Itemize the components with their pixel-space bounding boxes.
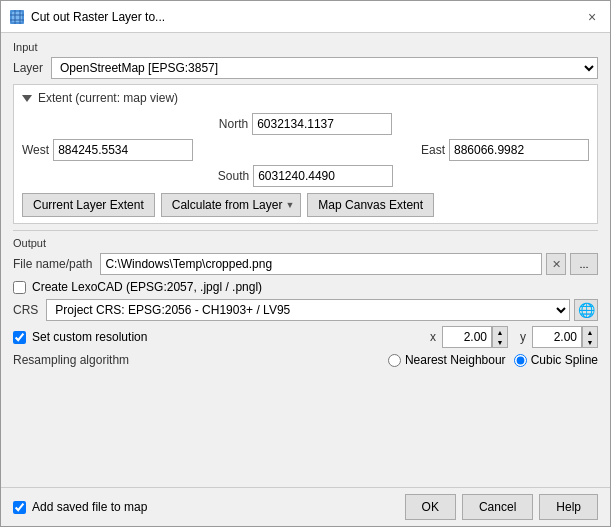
dialog-title: Cut out Raster Layer to...: [31, 10, 165, 24]
north-label: North: [219, 117, 248, 131]
nearest-radio[interactable]: [388, 354, 401, 367]
resolution-checkbox[interactable]: [13, 331, 26, 344]
y-spinbox: ▲ ▼: [532, 326, 598, 348]
raster-icon: [9, 9, 25, 25]
north-input[interactable]: [252, 113, 392, 135]
south-cell: South: [218, 165, 393, 187]
crs-row: CRS Project CRS: EPSG:2056 - CH1903+ / L…: [13, 299, 598, 321]
resolution-row: Set custom resolution x ▲ ▼ y ▲ ▼: [13, 326, 598, 348]
title-bar-left: Cut out Raster Layer to...: [9, 9, 165, 25]
output-section: Output File name/path ✕ ... Create LexoC…: [13, 237, 598, 367]
nearest-label[interactable]: Nearest Neighbour: [405, 353, 506, 367]
west-label: West: [22, 143, 49, 157]
resolution-label[interactable]: Set custom resolution: [32, 330, 147, 344]
x-spinbox: ▲ ▼: [442, 326, 508, 348]
lexocad-label[interactable]: Create LexoCAD (EPSG:2057, .jpgl / .pngl…: [32, 280, 262, 294]
extent-header[interactable]: Extent (current: map view): [22, 91, 589, 105]
title-bar: Cut out Raster Layer to... ×: [1, 1, 610, 33]
crs-globe-button[interactable]: 🌐: [574, 299, 598, 321]
north-cell: North: [219, 113, 392, 135]
add-to-map-checkbox[interactable]: [13, 501, 26, 514]
extent-header-label: Extent (current: map view): [38, 91, 178, 105]
resampling-row: Resampling algorithm Nearest Neighbour C…: [13, 353, 598, 367]
y-spin-down[interactable]: ▼: [583, 337, 597, 347]
y-input[interactable]: [532, 326, 582, 348]
cancel-button[interactable]: Cancel: [462, 494, 533, 520]
dropdown-arrow-icon: ▼: [285, 200, 294, 210]
west-input[interactable]: [53, 139, 193, 161]
map-canvas-extent-button[interactable]: Map Canvas Extent: [307, 193, 434, 217]
browse-button[interactable]: ...: [570, 253, 598, 275]
input-label: Input: [13, 41, 598, 53]
ok-button[interactable]: OK: [405, 494, 456, 520]
x-spin-arrows: ▲ ▼: [492, 326, 508, 348]
y-spin-up[interactable]: ▲: [583, 327, 597, 337]
current-layer-extent-button[interactable]: Current Layer Extent: [22, 193, 155, 217]
bottom-left: Add saved file to map: [13, 500, 147, 514]
calculate-label: Calculate from Layer: [172, 198, 283, 212]
y-spin-arrows: ▲ ▼: [582, 326, 598, 348]
help-button[interactable]: Help: [539, 494, 598, 520]
add-to-map-label[interactable]: Add saved file to map: [32, 500, 147, 514]
file-row: File name/path ✕ ...: [13, 253, 598, 275]
crs-label: CRS: [13, 303, 38, 317]
west-cell: West: [22, 139, 193, 161]
layer-label: Layer: [13, 61, 43, 75]
x-spin-up[interactable]: ▲: [493, 327, 507, 337]
clear-file-button[interactable]: ✕: [546, 253, 566, 275]
east-cell: East: [421, 139, 589, 161]
cubic-radio[interactable]: [514, 354, 527, 367]
east-label: East: [421, 143, 445, 157]
x-input[interactable]: [442, 326, 492, 348]
crs-select[interactable]: Project CRS: EPSG:2056 - CH1903+ / LV95: [46, 299, 570, 321]
calculate-from-layer-button[interactable]: Calculate from Layer ▼: [161, 193, 302, 217]
separator: [13, 230, 598, 231]
output-label: Output: [13, 237, 598, 249]
close-button[interactable]: ×: [582, 7, 602, 27]
collapse-triangle: [22, 95, 32, 102]
dialog: Cut out Raster Layer to... × Input Layer…: [0, 0, 611, 527]
nearest-radio-group: Nearest Neighbour: [388, 353, 506, 367]
east-input[interactable]: [449, 139, 589, 161]
resampling-label: Resampling algorithm: [13, 353, 129, 367]
south-input[interactable]: [253, 165, 393, 187]
cubic-radio-group: Cubic Spline: [514, 353, 598, 367]
extent-btn-row: Current Layer Extent Calculate from Laye…: [22, 193, 589, 217]
lexocad-row: Create LexoCAD (EPSG:2057, .jpgl / .pngl…: [13, 280, 598, 294]
file-label: File name/path: [13, 257, 92, 271]
bottom-bar: Add saved file to map OK Cancel Help: [1, 487, 610, 526]
x-label: x: [430, 330, 436, 344]
layer-row: Layer OpenStreetMap [EPSG:3857]: [13, 57, 598, 79]
cubic-label[interactable]: Cubic Spline: [531, 353, 598, 367]
extent-section: Extent (current: map view) North West Ea…: [13, 84, 598, 224]
lexocad-checkbox[interactable]: [13, 281, 26, 294]
layer-select[interactable]: OpenStreetMap [EPSG:3857]: [51, 57, 598, 79]
south-label: South: [218, 169, 249, 183]
bottom-right: OK Cancel Help: [405, 494, 598, 520]
x-spin-down[interactable]: ▼: [493, 337, 507, 347]
dialog-content: Input Layer OpenStreetMap [EPSG:3857] Ex…: [1, 33, 610, 487]
y-label: y: [520, 330, 526, 344]
file-input[interactable]: [100, 253, 542, 275]
